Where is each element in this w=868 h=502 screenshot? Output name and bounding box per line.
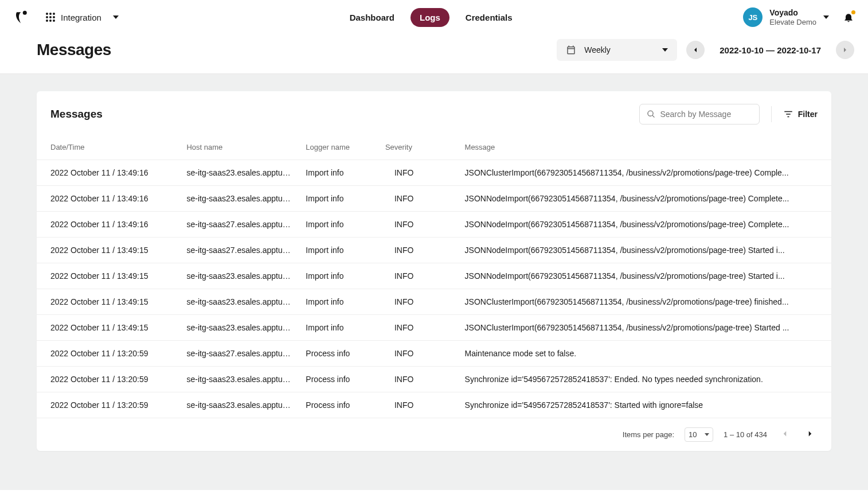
page-next-button[interactable] bbox=[803, 426, 818, 443]
cell-host: se-itg-saas23.esales.apptus.cl... bbox=[179, 160, 299, 186]
cell-logger: Process info bbox=[299, 367, 378, 392]
user-subtitle: Elevate Demo bbox=[769, 18, 816, 27]
cell-severity: INFO bbox=[378, 263, 458, 289]
cell-host: se-itg-saas27.esales.apptus.cl... bbox=[179, 212, 299, 238]
col-severity: Severity bbox=[378, 137, 458, 160]
user-menu[interactable]: JS Voyado Elevate Demo bbox=[743, 7, 829, 27]
cell-severity: INFO bbox=[378, 341, 458, 367]
table-row[interactable]: 2022 October 11 / 13:49:15se-itg-saas27.… bbox=[37, 238, 831, 263]
cell-message: JSONClusterImport(6679230514568711354, /… bbox=[458, 289, 831, 315]
col-logger: Logger name bbox=[299, 137, 378, 160]
cell-date: 2022 October 11 / 13:49:16 bbox=[37, 212, 179, 238]
cell-logger: Import info bbox=[299, 238, 378, 263]
cell-logger: Import info bbox=[299, 263, 378, 289]
caret-down-icon bbox=[823, 15, 829, 19]
cell-severity: INFO bbox=[378, 289, 458, 315]
caret-down-icon bbox=[113, 15, 119, 19]
cell-host: se-itg-saas27.esales.apptus.cl... bbox=[179, 238, 299, 263]
apps-grid-icon bbox=[46, 13, 55, 22]
cell-logger: Import info bbox=[299, 186, 378, 212]
cell-message: Synchronize id='5495672572852418537': En… bbox=[458, 367, 831, 392]
cell-logger: Process info bbox=[299, 341, 378, 367]
period-select[interactable]: Weekly bbox=[557, 39, 677, 61]
chevron-left-icon bbox=[780, 429, 790, 439]
col-host: Host name bbox=[179, 137, 299, 160]
divider bbox=[771, 106, 772, 122]
table-row[interactable]: 2022 October 11 / 13:49:16se-itg-saas23.… bbox=[37, 186, 831, 212]
card-title: Messages bbox=[50, 108, 103, 120]
chevron-right-icon bbox=[805, 429, 815, 439]
page-title: Messages bbox=[37, 41, 111, 59]
filter-label: Filter bbox=[798, 110, 818, 119]
cell-host: se-itg-saas23.esales.apptus.cl... bbox=[179, 263, 299, 289]
cell-host: se-itg-saas23.esales.apptus.cl... bbox=[179, 315, 299, 341]
table-row[interactable]: 2022 October 11 / 13:49:16se-itg-saas23.… bbox=[37, 160, 831, 186]
cell-message: JSONClusterImport(6679230514568711354, /… bbox=[458, 160, 831, 186]
cell-host: se-itg-saas23.esales.apptus.cl... bbox=[179, 367, 299, 392]
cell-logger: Import info bbox=[299, 315, 378, 341]
cell-message: Synchronize id='5495672572852418537': St… bbox=[458, 392, 831, 418]
cell-severity: INFO bbox=[378, 392, 458, 418]
cell-date: 2022 October 11 / 13:20:59 bbox=[37, 341, 179, 367]
cell-message: JSONNodeImport(6679230514568711354, /bus… bbox=[458, 186, 831, 212]
cell-date: 2022 October 11 / 13:20:59 bbox=[37, 367, 179, 392]
cell-severity: INFO bbox=[378, 160, 458, 186]
cell-logger: Process info bbox=[299, 392, 378, 418]
svg-point-0 bbox=[23, 11, 27, 15]
calendar-icon bbox=[566, 45, 576, 55]
table-row[interactable]: 2022 October 11 / 13:20:59se-itg-saas27.… bbox=[37, 341, 831, 367]
nav-dashboard[interactable]: Dashboard bbox=[341, 8, 404, 27]
cell-logger: Import info bbox=[299, 160, 378, 186]
table-header-row: Date/Time Host name Logger name Severity… bbox=[37, 137, 831, 160]
page-range: 1 – 10 of 434 bbox=[724, 430, 767, 439]
search-box[interactable] bbox=[639, 104, 760, 124]
col-message: Message bbox=[458, 137, 831, 160]
cell-date: 2022 October 11 / 13:49:16 bbox=[37, 186, 179, 212]
caret-down-icon bbox=[662, 48, 668, 52]
user-name: Voyado bbox=[769, 8, 816, 18]
filter-icon bbox=[783, 109, 793, 119]
app-switcher-label: Integration bbox=[61, 13, 101, 22]
search-input[interactable] bbox=[660, 110, 752, 119]
notifications-button[interactable] bbox=[843, 11, 854, 23]
cell-message: JSONClusterImport(6679230514568711354, /… bbox=[458, 315, 831, 341]
filter-button[interactable]: Filter bbox=[783, 109, 818, 119]
chevron-left-icon bbox=[691, 45, 700, 55]
nav-credentials[interactable]: Credentials bbox=[456, 8, 522, 27]
table-row[interactable]: 2022 October 11 / 13:49:15se-itg-saas23.… bbox=[37, 289, 831, 315]
date-prev-button[interactable] bbox=[686, 41, 705, 59]
cell-date: 2022 October 11 / 13:49:15 bbox=[37, 263, 179, 289]
cell-severity: INFO bbox=[378, 315, 458, 341]
app-switcher[interactable]: Integration bbox=[46, 13, 119, 22]
page-size-value: 10 bbox=[689, 430, 697, 439]
cell-severity: INFO bbox=[378, 238, 458, 263]
cell-host: se-itg-saas23.esales.apptus.cl... bbox=[179, 392, 299, 418]
cell-severity: INFO bbox=[378, 367, 458, 392]
chevron-right-icon bbox=[840, 45, 850, 55]
cell-message: JSONNodeImport(6679230514568711354, /bus… bbox=[458, 212, 831, 238]
avatar: JS bbox=[743, 7, 763, 27]
notification-dot bbox=[851, 10, 855, 14]
cell-date: 2022 October 11 / 13:49:16 bbox=[37, 160, 179, 186]
cell-severity: INFO bbox=[378, 186, 458, 212]
table-row[interactable]: 2022 October 11 / 13:49:15se-itg-saas23.… bbox=[37, 315, 831, 341]
items-per-page-label: Items per page: bbox=[623, 430, 674, 439]
nav-logs[interactable]: Logs bbox=[410, 8, 449, 27]
cell-severity: INFO bbox=[378, 212, 458, 238]
date-next-button[interactable] bbox=[836, 41, 854, 59]
cell-host: se-itg-saas23.esales.apptus.cl... bbox=[179, 289, 299, 315]
cell-message: JSONNodeImport(6679230514568711354, /bus… bbox=[458, 263, 831, 289]
table-row[interactable]: 2022 October 11 / 13:49:15se-itg-saas23.… bbox=[37, 263, 831, 289]
period-label: Weekly bbox=[584, 45, 611, 55]
cell-host: se-itg-saas27.esales.apptus.cl... bbox=[179, 341, 299, 367]
cell-logger: Import info bbox=[299, 289, 378, 315]
cell-date: 2022 October 11 / 13:20:59 bbox=[37, 392, 179, 418]
table-row[interactable]: 2022 October 11 / 13:49:16se-itg-saas27.… bbox=[37, 212, 831, 238]
table-row[interactable]: 2022 October 11 / 13:20:59se-itg-saas23.… bbox=[37, 367, 831, 392]
cell-date: 2022 October 11 / 13:49:15 bbox=[37, 238, 179, 263]
cell-message: Maintenance mode set to false. bbox=[458, 341, 831, 367]
cell-date: 2022 October 11 / 13:49:15 bbox=[37, 315, 179, 341]
table-row[interactable]: 2022 October 11 / 13:20:59se-itg-saas23.… bbox=[37, 392, 831, 418]
page-prev-button[interactable] bbox=[777, 426, 792, 443]
page-size-select[interactable]: 10 bbox=[685, 427, 713, 442]
